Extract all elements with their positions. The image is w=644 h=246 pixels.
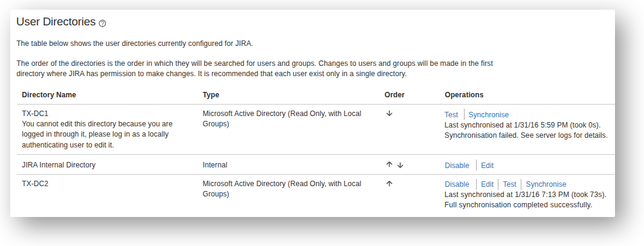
svg-text:?: ? (101, 19, 105, 27)
